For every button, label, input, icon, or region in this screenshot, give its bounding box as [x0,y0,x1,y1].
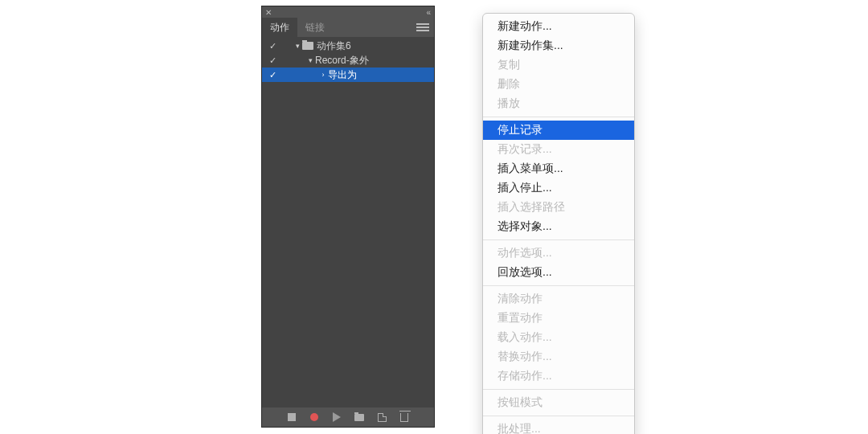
delete-button[interactable] [399,411,410,423]
menu-item: 存储动作... [483,366,634,386]
toggle-check[interactable]: ✓ [265,55,280,66]
tree-row-label: 动作集6 [317,39,351,53]
menu-item: 再次记录... [483,140,634,159]
menu-item: 播放 [483,94,634,113]
menu-item[interactable]: 插入停止... [483,178,634,198]
tree-row-label: 导出为 [328,68,357,82]
menu-item: 插入选择路径 [483,198,634,217]
menu-item[interactable]: 回放选项... [483,263,634,282]
tree-row-label: Record-象外 [315,54,369,68]
play-button[interactable] [331,411,342,423]
menu-item: 批处理... [483,420,634,434]
close-icon[interactable]: ✕ [265,8,272,17]
stop-button[interactable] [286,411,297,423]
panel-titlebar[interactable]: ✕ « [262,6,434,18]
menu-separator [483,416,634,416]
menu-item[interactable]: 新建动作... [483,17,634,36]
menu-separator [483,285,634,286]
menu-item: 复制 [483,55,634,75]
new-action-button[interactable] [376,411,387,423]
actions-tree[interactable]: ✓▾动作集6✓▾Record-象外✓›导出为 [262,37,434,407]
menu-item: 重置动作 [483,309,634,328]
menu-item[interactable]: 选择对象... [483,217,634,236]
panel-menu-icon[interactable] [416,21,429,34]
menu-item: 动作选项... [483,244,634,263]
panel-flyout-menu: 新建动作...新建动作集...复制删除播放停止记录再次记录...插入菜单项...… [482,13,635,434]
menu-item: 载入动作... [483,328,634,347]
panel-tabs: 动作 链接 [262,18,434,37]
tab-actions[interactable]: 动作 [262,18,297,37]
menu-item[interactable]: 插入菜单项... [483,159,634,178]
menu-separator [483,117,634,117]
tree-row[interactable]: ✓▾Record-象外 [262,53,434,68]
disclosure-icon[interactable]: ▾ [293,42,302,50]
menu-separator [483,389,634,390]
menu-item: 删除 [483,75,634,94]
tree-row[interactable]: ✓›导出为 [262,68,434,82]
menu-item: 替换动作... [483,347,634,366]
panel-footer [262,407,434,427]
menu-item: 按钮模式 [483,393,634,412]
new-set-button[interactable] [354,411,365,423]
record-button[interactable] [309,411,320,423]
menu-item[interactable]: 停止记录 [483,121,634,140]
disclosure-icon[interactable]: ▾ [305,56,315,64]
menu-item: 清除动作 [483,289,634,309]
toggle-check[interactable]: ✓ [265,70,280,80]
disclosure-icon[interactable]: › [318,71,328,79]
folder-icon [302,42,313,50]
actions-panel: ✕ « 动作 链接 ✓▾动作集6✓▾Record-象外✓›导出为 [261,6,435,428]
menu-item[interactable]: 新建动作集... [483,36,634,55]
tab-links[interactable]: 链接 [297,18,333,37]
collapse-icon[interactable]: « [426,8,431,17]
menu-separator [483,240,634,240]
tree-row[interactable]: ✓▾动作集6 [262,39,434,53]
toggle-check[interactable]: ✓ [265,41,280,51]
